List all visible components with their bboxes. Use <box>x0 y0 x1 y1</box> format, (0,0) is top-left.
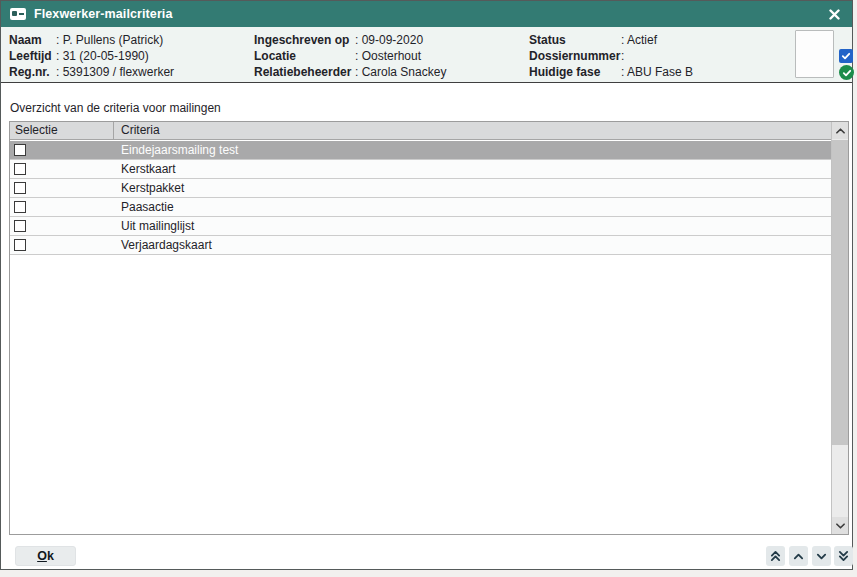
criteria-cell: Eindejaarsmailing test <box>114 143 831 157</box>
table-row[interactable]: Kerstpakket <box>10 179 831 198</box>
field-label: Reg.nr. <box>9 64 56 80</box>
table-header-row: Selectie Criteria <box>10 122 848 140</box>
overview-label: Overzicht van de criteria voor mailingen <box>10 101 221 115</box>
field-label: Locatie <box>254 48 355 64</box>
criteria-cell: Kerstpakket <box>114 181 831 195</box>
row-checkbox[interactable] <box>14 201 26 213</box>
flexwerker-mailcriteria-dialog: Flexwerker-mailcriteria Naam: P. Pullens… <box>0 0 853 570</box>
field-label: Leeftijd <box>9 48 56 64</box>
chevron-up-icon[interactable] <box>789 546 808 566</box>
field-value: : <box>621 48 624 64</box>
table-row[interactable]: Verjaardagskaart <box>10 236 831 255</box>
chevron-up-icon[interactable] <box>832 122 848 139</box>
check-circle-icon <box>839 65 854 80</box>
ok-button-rest: k <box>47 549 54 563</box>
id-card-icon <box>10 8 26 20</box>
header-column-1: Naam: P. Pullens (Patrick) Leeftijd: 31 … <box>9 32 174 80</box>
title-bar[interactable]: Flexwerker-mailcriteria <box>1 1 852 27</box>
table-row[interactable]: Kerstkaart <box>10 160 831 179</box>
column-header-criteria[interactable]: Criteria <box>114 122 848 140</box>
scrollbar-thumb[interactable] <box>832 140 848 445</box>
field-label: Ingeschreven op <box>254 32 355 48</box>
field-value: : Carola Snackey <box>355 64 446 80</box>
row-checkbox[interactable] <box>14 144 26 156</box>
field-value: : P. Pullens (Patrick) <box>56 32 163 48</box>
table-body: Eindejaarsmailing test Kerstkaart Kerstp… <box>10 141 831 255</box>
vertical-scrollbar[interactable] <box>831 122 848 534</box>
field-label: Dossiernummer <box>529 48 621 64</box>
person-info-header: Naam: P. Pullens (Patrick) Leeftijd: 31 … <box>1 27 852 83</box>
criteria-cell: Paasactie <box>114 200 831 214</box>
criteria-cell: Uit mailinglijst <box>114 219 831 233</box>
header-column-3: Status: Actief Dossiernummer: Huidige fa… <box>529 32 693 80</box>
field-value: : 31 (20-05-1990) <box>56 48 149 64</box>
photo-placeholder <box>795 30 834 78</box>
table-row[interactable]: Eindejaarsmailing test <box>10 141 831 160</box>
field-value: : Oosterhout <box>355 48 421 64</box>
criteria-cell: Verjaardagskaart <box>114 238 831 252</box>
field-value: : 5391309 / flexwerker <box>56 64 174 80</box>
row-checkbox[interactable] <box>14 220 26 232</box>
field-label: Relatiebeheerder <box>254 64 355 80</box>
row-checkbox[interactable] <box>14 163 26 175</box>
field-label: Huidige fase <box>529 64 621 80</box>
ok-button[interactable]: Ok <box>15 546 76 566</box>
field-value: : Actief <box>621 32 657 48</box>
checked-checkbox-icon[interactable] <box>839 49 853 63</box>
field-value: : 09-09-2020 <box>355 32 423 48</box>
field-value: : ABU Fase B <box>621 64 693 80</box>
field-label: Naam <box>9 32 56 48</box>
table-row[interactable]: Uit mailinglijst <box>10 217 831 236</box>
field-label: Status <box>529 32 621 48</box>
double-chevron-down-icon[interactable] <box>834 546 853 566</box>
double-chevron-up-icon[interactable] <box>766 546 785 566</box>
close-icon[interactable] <box>826 9 843 20</box>
window-title: Flexwerker-mailcriteria <box>34 7 173 21</box>
criteria-table: Selectie Criteria Eindejaarsmailing test… <box>9 121 849 535</box>
header-column-2: Ingeschreven op: 09-09-2020 Locatie: Oos… <box>254 32 446 80</box>
ok-button-accesskey: O <box>37 549 47 563</box>
criteria-cell: Kerstkaart <box>114 162 831 176</box>
row-checkbox[interactable] <box>14 239 26 251</box>
table-row[interactable]: Paasactie <box>10 198 831 217</box>
column-header-selectie[interactable]: Selectie <box>10 122 114 140</box>
chevron-down-icon[interactable] <box>812 546 831 566</box>
row-checkbox[interactable] <box>14 182 26 194</box>
chevron-down-icon[interactable] <box>832 517 848 534</box>
